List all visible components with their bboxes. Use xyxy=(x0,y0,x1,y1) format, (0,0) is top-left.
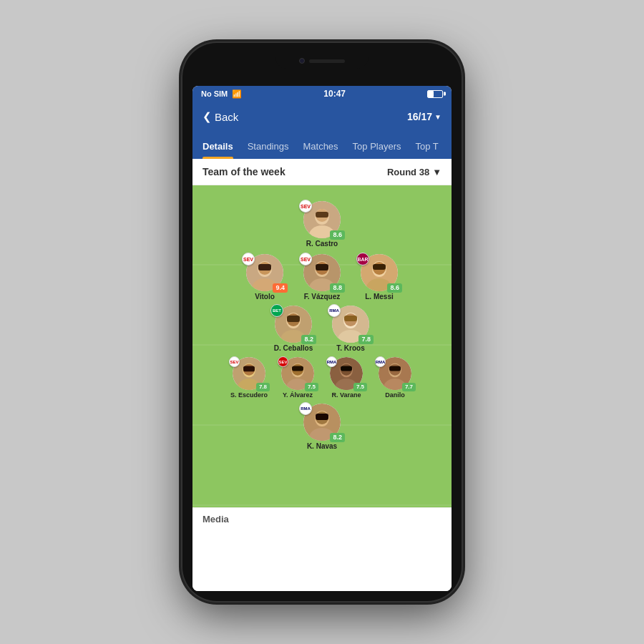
club-badge-danilo: RMA xyxy=(375,356,386,367)
club-badge-vitolo: SEV xyxy=(242,253,255,265)
svg-rect-49 xyxy=(389,366,401,371)
player-k-navas: RMA 8.2 K. Navas xyxy=(296,404,348,451)
notch-speaker xyxy=(309,59,345,63)
chevron-down-icon: ▼ xyxy=(434,113,441,121)
player-danilo: RMA 7.7 Danilo xyxy=(372,357,418,399)
tab-details[interactable]: Details xyxy=(195,135,240,159)
club-badge-fvazquez: SEV xyxy=(299,253,312,265)
player-name-y-alvarez: Y. Álvarez xyxy=(283,391,313,399)
status-bar: No SIM 📶 10:47 xyxy=(192,86,452,102)
tab-top-players[interactable]: Top Players xyxy=(346,135,409,159)
player-f-vazquez: SEV 8.8 F. Vázquez xyxy=(296,254,348,301)
status-right xyxy=(427,90,443,98)
player-name-r-varane: R. Varane xyxy=(331,391,361,399)
goalkeeper-row: RMA 8.2 K. Navas xyxy=(192,404,452,451)
football-field: SEV 8.6 R. Castro xyxy=(192,185,452,507)
club-badge-sevilla: SEV xyxy=(299,200,312,213)
player-name-k-navas: K. Navas xyxy=(307,442,337,451)
tab-standings[interactable]: Standings xyxy=(240,135,296,159)
player-r-castro: SEV 8.6 R. Castro xyxy=(296,201,348,248)
svg-rect-4 xyxy=(316,212,328,218)
phone-screen: No SIM 📶 10:47 ❮ Back 16/17 ▼ Details xyxy=(192,86,452,591)
player-r-varane: RMA 7.5 R. Varane xyxy=(323,357,369,399)
season-label: 16/17 xyxy=(407,111,432,122)
back-label: Back xyxy=(215,111,238,123)
player-name-r-castro: R. Castro xyxy=(306,240,338,248)
phone-notch xyxy=(275,53,369,69)
phone-shell: No SIM 📶 10:47 ❮ Back 16/17 ▼ Details xyxy=(182,43,462,601)
club-badge-escudero: SEV xyxy=(229,356,240,367)
carrier-label: No SIM xyxy=(201,89,228,98)
battery-icon xyxy=(427,90,443,98)
media-label: Media xyxy=(192,507,452,530)
score-f-vazquez: 8.8 xyxy=(330,283,345,293)
status-left: No SIM 📶 xyxy=(201,89,242,99)
club-badge-messi: BAR xyxy=(356,253,369,265)
score-s-escudero: 7.8 xyxy=(256,383,270,391)
svg-rect-29 xyxy=(344,316,357,321)
score-vitolo: 9.4 xyxy=(273,283,288,293)
player-name-l-messi: L. Messi xyxy=(365,293,393,301)
svg-rect-9 xyxy=(258,264,271,270)
season-selector[interactable]: 16/17 ▼ xyxy=(407,111,441,122)
midfield-high-row: SEV 9.4 Vitolo xyxy=(192,254,452,301)
player-y-alvarez: SEV 7.5 Y. Álvarez xyxy=(275,357,321,399)
notch-camera xyxy=(299,58,305,64)
forward-row: SEV 8.6 R. Castro xyxy=(192,201,452,248)
club-badge-yalvarez: SEV xyxy=(278,356,288,367)
score-r-castro: 8.6 xyxy=(330,230,345,240)
player-name-danilo: Danilo xyxy=(385,391,405,399)
player-name-vitolo: Vitolo xyxy=(255,293,275,301)
score-t-kroos: 7.8 xyxy=(358,335,374,344)
svg-rect-19 xyxy=(373,264,386,270)
week-title: Team of the week xyxy=(203,166,286,177)
player-t-kroos: RMA 7.8 T. Kroos xyxy=(325,306,376,353)
defense-row: SEV 7.8 S. Escudero xyxy=(192,357,452,399)
score-d-ceballos: 8.2 xyxy=(301,335,316,344)
player-s-escudero: SEV 7.8 S. Escudero xyxy=(226,357,272,399)
score-danilo: 7.7 xyxy=(402,383,416,391)
back-button[interactable]: ❮ Back xyxy=(203,110,238,123)
round-selector[interactable]: Round 38 ▼ xyxy=(387,167,441,177)
round-chevron-icon: ▼ xyxy=(432,167,441,177)
back-chevron-icon: ❮ xyxy=(203,110,212,123)
player-name-d-ceballos: D. Ceballos xyxy=(274,344,313,353)
content-area: Team of the week Round 38 ▼ xyxy=(192,159,452,591)
round-label: Round 38 xyxy=(387,167,429,177)
player-vitolo: SEV 9.4 Vitolo xyxy=(239,254,291,301)
player-name-t-kroos: T. Kroos xyxy=(336,344,364,353)
tab-bar: Details Standings Matches Top Players To… xyxy=(192,132,452,159)
tab-top-t[interactable]: Top T xyxy=(409,135,446,159)
week-header: Team of the week Round 38 ▼ xyxy=(192,159,452,185)
club-badge-varane: RMA xyxy=(326,356,337,367)
club-badge-ceballos: BET xyxy=(270,304,283,317)
player-name-f-vazquez: F. Vázquez xyxy=(304,293,341,301)
wifi-icon: 📶 xyxy=(232,89,242,99)
svg-rect-54 xyxy=(316,414,328,420)
score-y-alvarez: 7.5 xyxy=(305,383,318,391)
player-l-messi: BAR 8.6 L. Messi xyxy=(353,254,405,301)
score-k-navas: 8.2 xyxy=(330,433,345,442)
score-r-varane: 7.5 xyxy=(353,383,367,391)
player-name-s-escudero: S. Escudero xyxy=(230,391,268,399)
svg-rect-34 xyxy=(243,366,255,371)
svg-rect-44 xyxy=(341,366,352,371)
club-badge-kroos: RMA xyxy=(328,304,341,317)
midfield-low-row: BET 8.2 D. Ceballos xyxy=(192,306,452,353)
battery-fill xyxy=(428,91,434,97)
svg-rect-39 xyxy=(292,366,303,371)
svg-rect-14 xyxy=(316,264,328,270)
player-d-ceballos: BET 8.2 D. Ceballos xyxy=(268,306,319,353)
tab-matches[interactable]: Matches xyxy=(296,135,345,159)
score-l-messi: 8.6 xyxy=(387,283,402,293)
status-time: 10:47 xyxy=(323,89,346,99)
club-badge-navas: RMA xyxy=(299,402,312,415)
top-nav: ❮ Back 16/17 ▼ xyxy=(192,102,452,132)
svg-rect-24 xyxy=(287,316,300,322)
